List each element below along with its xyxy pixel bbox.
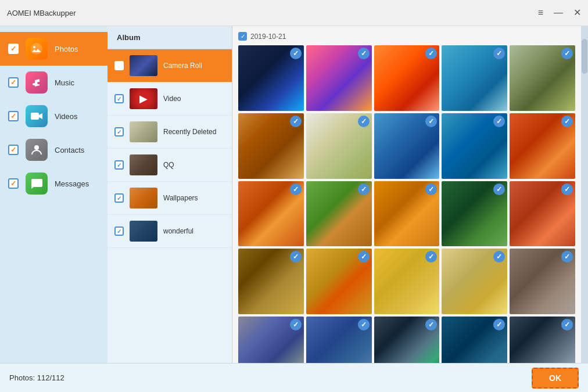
sidebar-item-music[interactable]: Music xyxy=(0,66,107,99)
photo-cell[interactable] xyxy=(374,249,440,314)
photo-check[interactable] xyxy=(358,116,370,127)
title-bar: AOMEI MBackupper ≡ — ✕ xyxy=(0,0,588,26)
bottom-bar: Photos: 112/112 OK xyxy=(0,363,588,392)
menu-button[interactable]: ≡ xyxy=(538,8,543,17)
photo-check[interactable] xyxy=(358,251,370,262)
photo-cell[interactable] xyxy=(442,113,507,179)
photo-cell[interactable] xyxy=(510,317,575,363)
sidebar-item-messages[interactable]: Messages xyxy=(0,167,107,200)
videos-icon xyxy=(26,105,48,127)
photo-cell[interactable] xyxy=(442,181,507,247)
photo-check[interactable] xyxy=(425,184,437,195)
album-item-recently-deleted[interactable]: Recently Deleted xyxy=(107,116,232,149)
scrollbar[interactable] xyxy=(581,26,588,363)
photo-cell[interactable] xyxy=(374,113,440,179)
svg-point-3 xyxy=(34,145,39,150)
photo-cell[interactable] xyxy=(238,181,304,247)
svg-point-1 xyxy=(33,46,35,48)
photo-check[interactable] xyxy=(493,184,505,195)
photo-cell[interactable] xyxy=(306,181,372,247)
messages-checkbox[interactable] xyxy=(8,178,19,189)
photo-grid-row2 xyxy=(238,113,575,179)
photo-cell[interactable] xyxy=(510,181,575,247)
photo-cell[interactable] xyxy=(374,317,440,363)
videos-label: Videos xyxy=(55,112,78,121)
album-item-wonderful[interactable]: wonderful xyxy=(107,215,232,248)
photo-check[interactable] xyxy=(425,319,437,330)
photo-check[interactable] xyxy=(358,319,370,330)
music-icon xyxy=(26,71,48,93)
photo-check[interactable] xyxy=(493,116,505,127)
photo-area[interactable]: 2019-10-21 xyxy=(232,26,581,363)
contacts-icon xyxy=(26,139,48,161)
photo-cell[interactable] xyxy=(306,113,372,179)
photo-check[interactable] xyxy=(493,48,505,59)
scrollbar-thumb[interactable] xyxy=(582,39,587,74)
album-header: Album xyxy=(107,26,232,49)
photo-check[interactable] xyxy=(358,48,370,59)
photo-check[interactable] xyxy=(358,184,370,195)
date-checkbox[interactable] xyxy=(238,32,247,41)
video-label: Video xyxy=(163,95,225,103)
photo-cell[interactable] xyxy=(238,113,304,179)
photo-check[interactable] xyxy=(290,184,302,195)
photo-cell[interactable] xyxy=(442,317,507,363)
videos-checkbox[interactable] xyxy=(8,111,19,121)
photo-cell[interactable] xyxy=(306,317,372,363)
photo-cell[interactable] xyxy=(238,45,304,111)
photo-cell[interactable] xyxy=(306,249,372,314)
photo-check[interactable] xyxy=(290,251,302,262)
photo-grid-row4 xyxy=(238,249,575,314)
camera-roll-check[interactable] xyxy=(114,61,124,70)
minimize-button[interactable]: — xyxy=(554,8,563,17)
photos-checkbox[interactable] xyxy=(8,44,19,54)
photo-check[interactable] xyxy=(290,48,302,59)
photo-check[interactable] xyxy=(493,319,505,330)
camera-roll-label: Camera Roll xyxy=(163,62,225,70)
photo-cell[interactable] xyxy=(238,317,304,363)
contacts-checkbox[interactable] xyxy=(8,145,19,155)
music-checkbox[interactable] xyxy=(8,77,19,88)
photos-icon xyxy=(26,38,48,60)
photo-cell[interactable] xyxy=(510,113,575,179)
photo-check[interactable] xyxy=(561,116,573,127)
sidebar-item-photos[interactable]: Photos xyxy=(0,32,107,66)
photo-cell[interactable] xyxy=(510,45,575,111)
album-item-video[interactable]: ▶ Video xyxy=(107,82,232,116)
camera-roll-thumb xyxy=(130,55,157,76)
album-item-wallpapers[interactable]: Wallpapers xyxy=(107,182,232,215)
photo-check[interactable] xyxy=(425,251,437,262)
photo-cell[interactable] xyxy=(510,249,575,314)
wonderful-check[interactable] xyxy=(114,226,124,236)
photo-cell[interactable] xyxy=(306,45,372,111)
photo-check[interactable] xyxy=(493,251,505,262)
video-check[interactable] xyxy=(114,94,124,103)
photo-check[interactable] xyxy=(290,319,302,330)
photos-label: Photos xyxy=(55,45,78,53)
photo-cell[interactable] xyxy=(442,249,507,314)
album-item-qq[interactable]: QQ xyxy=(107,149,232,182)
photo-check[interactable] xyxy=(561,251,573,262)
recently-deleted-check[interactable] xyxy=(114,127,124,136)
messages-label: Messages xyxy=(55,179,89,188)
photo-check[interactable] xyxy=(425,116,437,127)
qq-check[interactable] xyxy=(114,160,124,170)
photo-cell[interactable] xyxy=(442,45,507,111)
photo-cell[interactable] xyxy=(374,181,440,247)
photo-check[interactable] xyxy=(290,116,302,127)
music-label: Music xyxy=(55,78,74,87)
date-label: 2019-10-21 xyxy=(250,33,286,41)
album-item-camera-roll[interactable]: Camera Roll xyxy=(107,49,232,82)
ok-button[interactable]: OK xyxy=(532,368,579,389)
photo-cell[interactable] xyxy=(374,45,440,111)
photo-check[interactable] xyxy=(561,48,573,59)
photo-check[interactable] xyxy=(561,319,573,330)
photo-grid-row5 xyxy=(238,317,575,363)
sidebar-item-contacts[interactable]: Contacts xyxy=(0,133,107,167)
photo-check[interactable] xyxy=(425,48,437,59)
wallpapers-check[interactable] xyxy=(114,193,124,203)
sidebar-item-videos[interactable]: Videos xyxy=(0,99,107,133)
close-button[interactable]: ✕ xyxy=(573,8,581,17)
photo-cell[interactable] xyxy=(238,249,304,314)
photo-check[interactable] xyxy=(561,184,573,195)
